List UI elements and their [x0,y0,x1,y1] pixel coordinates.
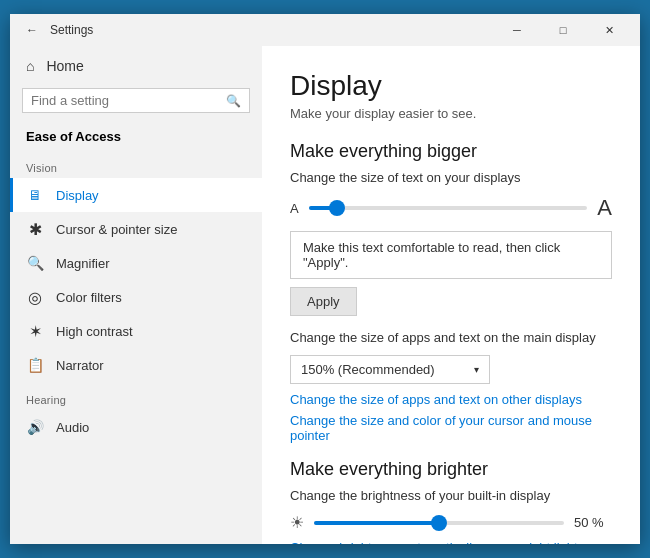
sun-icon: ☀ [290,513,304,532]
window-title: Settings [46,23,494,37]
cursor-icon: ✱ [26,220,44,238]
text-size-label: Change the size of text on your displays [290,170,612,185]
apply-button[interactable]: Apply [290,287,357,316]
main-content: Display Make your display easier to see.… [262,46,640,544]
brightness-slider-row: ☀ 50 % [290,513,612,532]
scale-dropdown[interactable]: 150% (Recommended) ▾ [290,355,490,384]
scale-dropdown-row: 150% (Recommended) ▾ [290,355,612,384]
minimize-button[interactable]: ─ [494,14,540,46]
maximize-button[interactable]: □ [540,14,586,46]
sidebar-item-cursor[interactable]: ✱ Cursor & pointer size [10,212,262,246]
text-size-small-label: A [290,201,299,216]
magnifier-icon: 🔍 [26,254,44,272]
section2-title: Make everything brighter [290,459,612,480]
magnifier-label: Magnifier [56,256,109,271]
content-area: ⌂ Home 🔍 Ease of Access Vision 🖥 Display… [10,46,640,544]
sidebar-item-audio[interactable]: 🔊 Audio [10,410,262,444]
brightness-fill [314,521,439,525]
settings-window: ← Settings ─ □ ✕ ⌂ Home 🔍 Ease of Access… [10,14,640,544]
color-filters-icon: ◎ [26,288,44,306]
search-box[interactable]: 🔍 [22,88,250,113]
narrator-icon: 📋 [26,356,44,374]
vision-section-label: Vision [10,150,262,178]
search-input[interactable] [31,93,220,108]
sidebar-item-color-filters[interactable]: ◎ Color filters [10,280,262,314]
home-label: Home [46,58,83,74]
sidebar: ⌂ Home 🔍 Ease of Access Vision 🖥 Display… [10,46,262,544]
sidebar-item-home[interactable]: ⌂ Home [10,50,262,82]
home-icon: ⌂ [26,58,34,74]
text-sample-box: Make this text comfortable to read, then… [290,231,612,279]
narrator-label: Narrator [56,358,104,373]
text-size-thumb[interactable] [329,200,345,216]
audio-label: Audio [56,420,89,435]
dropdown-arrow-icon: ▾ [474,364,479,375]
window-controls: ─ □ ✕ [494,14,632,46]
display-label: Display [56,188,99,203]
scale-dropdown-value: 150% (Recommended) [301,362,435,377]
brightness-label: Change the brightness of your built-in d… [290,488,612,503]
color-filters-label: Color filters [56,290,122,305]
text-size-slider-row: A A [290,195,612,221]
section1-title: Make everything bigger [290,141,612,162]
brightness-value: 50 % [574,515,612,530]
apps-size-label: Change the size of apps and text on the … [290,330,612,345]
ease-of-access-label: Ease of Access [10,119,262,150]
text-size-large-label: A [597,195,612,221]
text-size-track [309,206,588,210]
sidebar-item-display[interactable]: 🖥 Display [10,178,262,212]
sidebar-item-narrator[interactable]: 📋 Narrator [10,348,262,382]
page-title: Display [290,70,612,102]
audio-icon: 🔊 [26,418,44,436]
high-contrast-label: High contrast [56,324,133,339]
cursor-label: Cursor & pointer size [56,222,177,237]
other-displays-link[interactable]: Change the size of apps and text on othe… [290,392,612,407]
high-contrast-icon: ✶ [26,322,44,340]
brightness-track [314,521,564,525]
back-button[interactable]: ← [18,16,46,44]
brightness-thumb[interactable] [431,515,447,531]
close-button[interactable]: ✕ [586,14,632,46]
display-icon: 🖥 [26,186,44,204]
sidebar-item-magnifier[interactable]: 🔍 Magnifier [10,246,262,280]
title-bar: ← Settings ─ □ ✕ [10,14,640,46]
sidebar-item-high-contrast[interactable]: ✶ High contrast [10,314,262,348]
search-icon: 🔍 [226,94,241,108]
page-subtitle: Make your display easier to see. [290,106,612,121]
hearing-section-label: Hearing [10,382,262,410]
night-light-link[interactable]: Change brightness automatically or use n… [290,540,612,544]
cursor-link[interactable]: Change the size and color of your cursor… [290,413,612,443]
